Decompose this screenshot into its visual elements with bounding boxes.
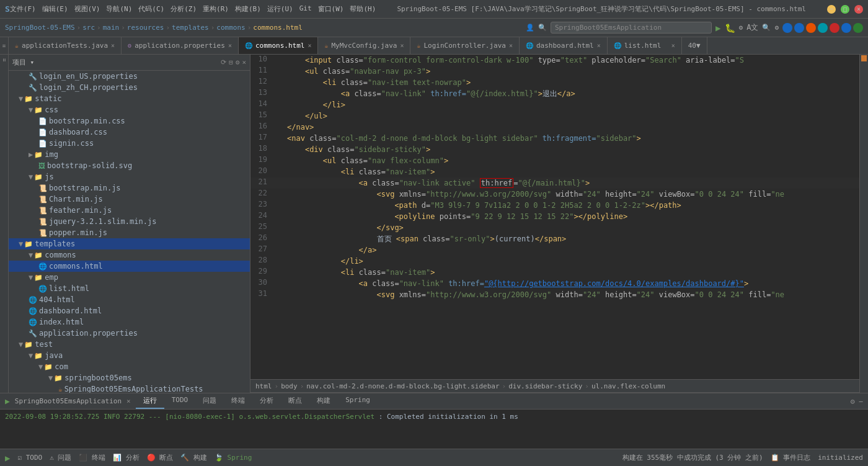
title-bar-controls[interactable]: − □ × xyxy=(827,5,863,14)
status-part-div[interactable]: div.sidebar-sticky xyxy=(508,382,582,390)
tree-item-static[interactable]: ▼ 📁 static xyxy=(9,93,250,104)
close-button[interactable]: × xyxy=(854,5,863,14)
close-tab-mymvcconfig[interactable]: × xyxy=(400,42,404,49)
tree-item-commons[interactable]: ▼ 📁 commons xyxy=(9,249,250,261)
run-settings-icon[interactable]: ⚙ xyxy=(851,397,855,406)
tree-item-login-zh[interactable]: 🔧 login_zh_CH.properties xyxy=(9,82,250,93)
code-content[interactable]: 10 <input class="form-control form-contr… xyxy=(250,55,859,379)
tree-close-icon[interactable]: × xyxy=(242,58,246,66)
translate-icon[interactable]: A文 xyxy=(746,22,758,33)
tab-dashboard-html[interactable]: 🌐 dashboard.html × xyxy=(520,37,608,54)
title-bar-menu[interactable]: 文件(F) 编辑(E) 视图(V) 导航(N) 代码(C) 分析(Z) 重构(R… xyxy=(10,4,376,14)
close-tab-application-properties[interactable]: × xyxy=(228,42,232,49)
maximize-button[interactable]: □ xyxy=(841,5,849,14)
status-part-body[interactable]: body xyxy=(281,382,298,390)
tree-item-emp[interactable]: ▼ 📁 emp xyxy=(9,272,250,283)
menu-git[interactable]: Git xyxy=(299,4,312,14)
status-part-ul[interactable]: ul.nav.flex-column xyxy=(591,382,665,390)
breadcrumb-part-5[interactable]: commons xyxy=(216,24,245,32)
run-tab-breakpoints[interactable]: 断点 xyxy=(281,393,309,409)
close-tab-logincontroller[interactable]: × xyxy=(509,42,513,49)
run-tab-problems[interactable]: 问题 xyxy=(195,393,224,409)
run-panel-tabs[interactable]: 运行 TODO 问题 终端 分析 断点 构建 Spring xyxy=(136,393,378,409)
run-app-selector[interactable]: SpringBoot05EmsApplication xyxy=(551,22,712,34)
close-tab-commons-html[interactable]: × xyxy=(308,42,311,49)
debug-icon[interactable]: 🐛 xyxy=(725,23,735,33)
close-tab-list-html[interactable]: × xyxy=(671,42,675,49)
menu-file[interactable]: 文件(F) xyxy=(10,4,36,14)
tab-applicationtests[interactable]: ☕ applicationTests.java × xyxy=(9,37,122,54)
run-close-icon[interactable]: × xyxy=(126,397,131,405)
tree-item-app-properties[interactable]: 🔧 application.properties xyxy=(9,328,250,339)
tree-settings-icon[interactable]: ⚙ xyxy=(236,58,240,66)
tree-item-signin-css[interactable]: 📄 signin.css xyxy=(9,138,250,149)
status-part-nav[interactable]: nav.col-md-2.d-none.d-md-block.bg-light.… xyxy=(306,382,499,390)
tree-item-apptest[interactable]: ☕ SpringBoot05EmsApplicationTests xyxy=(9,383,250,393)
bottom-event-log[interactable]: 📋 事件日志 xyxy=(771,453,811,462)
tree-item-bootstrap-js[interactable]: 📜 bootstrap.min.js xyxy=(9,182,250,194)
tree-item-dashboard-html[interactable]: 🌐 dashboard.html xyxy=(9,305,250,316)
breadcrumb-part-3[interactable]: resources xyxy=(127,24,164,32)
bottom-problems-icon[interactable]: ⚠ 问题 xyxy=(50,453,71,462)
nav-search-icon[interactable]: 🔍 xyxy=(538,24,547,32)
tab-commons-html[interactable]: 🌐 commons.html × xyxy=(239,37,319,54)
menu-view[interactable]: 视图(V) xyxy=(74,4,100,14)
run-tab-todo[interactable]: TODO xyxy=(164,393,196,409)
tree-item-com[interactable]: ▼ 📁 com xyxy=(9,361,250,372)
tree-item-java[interactable]: ▼ 📁 java xyxy=(9,350,250,361)
nav-search2-icon[interactable]: 🔍 xyxy=(762,24,771,32)
tab-application-properties[interactable]: ⚙ application.properties × xyxy=(122,37,239,54)
file-tree[interactable]: 项目 ▾ ⟳ ⊟ ⚙ × 🔧 login_en_US.properties 🔧 … xyxy=(9,55,250,393)
menu-code[interactable]: 代码(C) xyxy=(138,4,164,14)
menu-edit[interactable]: 编辑(E) xyxy=(42,4,68,14)
tab-list-html[interactable]: 🌐 list.html × xyxy=(608,37,682,54)
bottom-profiler-icon[interactable]: 📊 分析 xyxy=(113,453,140,462)
menu-help[interactable]: 帮助(H) xyxy=(350,4,376,14)
tree-item-jquery-js[interactable]: 📜 jquery-3.2.1.slim.min.js xyxy=(9,216,250,227)
tree-item-popper-js[interactable]: 📜 popper.min.js xyxy=(9,227,250,238)
menu-run[interactable]: 运行(U) xyxy=(267,4,293,14)
menu-window[interactable]: 窗口(W) xyxy=(318,4,344,14)
minimize-button[interactable]: − xyxy=(827,5,836,14)
status-part-html[interactable]: html xyxy=(255,382,272,390)
settings-cog[interactable]: ⚙ xyxy=(739,24,743,32)
tree-item-springboot05ems[interactable]: ▼ 📁 springboot05ems xyxy=(9,372,250,383)
breadcrumb-file[interactable]: commons.html xyxy=(253,24,302,32)
bottom-terminal-icon[interactable]: ⬛ 终端 xyxy=(79,453,105,462)
tree-item-css[interactable]: ▼ 📁 css xyxy=(9,104,250,115)
run-tab-analyze[interactable]: 分析 xyxy=(252,393,281,409)
project-icon[interactable]: ≡ xyxy=(0,37,9,54)
menu-refactor[interactable]: 重构(R) xyxy=(203,4,229,14)
breadcrumb-part-4[interactable]: templates xyxy=(172,24,209,32)
close-tab-applicationtests[interactable]: × xyxy=(111,42,115,49)
tree-item-login-en[interactable]: 🔧 login_en_US.properties xyxy=(9,71,250,82)
tab-overflow[interactable]: 40▼ xyxy=(682,37,707,54)
bottom-breakpoints-icon[interactable]: 🔴 断点 xyxy=(147,453,174,462)
editor-area[interactable]: 10 <input class="form-control form-contr… xyxy=(250,55,859,393)
run-tab-spring[interactable]: Spring xyxy=(338,393,378,409)
run-panel-controls[interactable]: ⚙ − xyxy=(851,397,863,406)
breadcrumb-part-0[interactable]: SpringBoot-05-EMS xyxy=(5,24,75,32)
tab-logincontroller[interactable]: ☕ LoginController.java × xyxy=(410,37,520,54)
tree-item-chart-js[interactable]: 📜 Chart.min.js xyxy=(9,194,250,205)
tree-item-feather-js[interactable]: 📜 feather.min.js xyxy=(9,205,250,216)
tree-item-dashboard-css[interactable]: 📄 dashboard.css xyxy=(9,127,250,138)
bottom-todo-icon[interactable]: ☑ TODO xyxy=(17,454,42,462)
tree-collapse-icon[interactable]: ⊟ xyxy=(229,58,233,66)
run-minimize-icon[interactable]: − xyxy=(859,397,863,406)
tree-item-commons-html[interactable]: 🌐 commons.html xyxy=(9,261,250,272)
run-tab-run[interactable]: 运行 xyxy=(136,393,164,409)
tree-item-img[interactable]: ▶ 📁 img xyxy=(9,149,250,160)
tree-item-bootstrap-css[interactable]: 📄 bootstrap.min.css xyxy=(9,115,250,127)
breadcrumb-part-1[interactable]: src xyxy=(82,24,95,32)
close-tab-dashboard-html[interactable]: × xyxy=(597,42,601,49)
tree-item-templates[interactable]: ▼ 📁 templates xyxy=(9,238,250,249)
tab-mymvcconfig[interactable]: ☕ MyMvcConfig.java × xyxy=(318,37,410,54)
tree-item-404-html[interactable]: 🌐 404.html xyxy=(9,294,250,305)
menu-build[interactable]: 构建(B) xyxy=(235,4,261,14)
run-icon[interactable]: ▶ xyxy=(715,23,720,33)
settings2-icon[interactable]: ⚙ xyxy=(774,24,779,32)
tree-item-bootstrap-svg[interactable]: 🖼 bootstrap-solid.svg xyxy=(9,160,250,171)
run-tab-terminal[interactable]: 终端 xyxy=(224,393,252,409)
tree-item-index-html[interactable]: 🌐 index.html xyxy=(9,316,250,328)
